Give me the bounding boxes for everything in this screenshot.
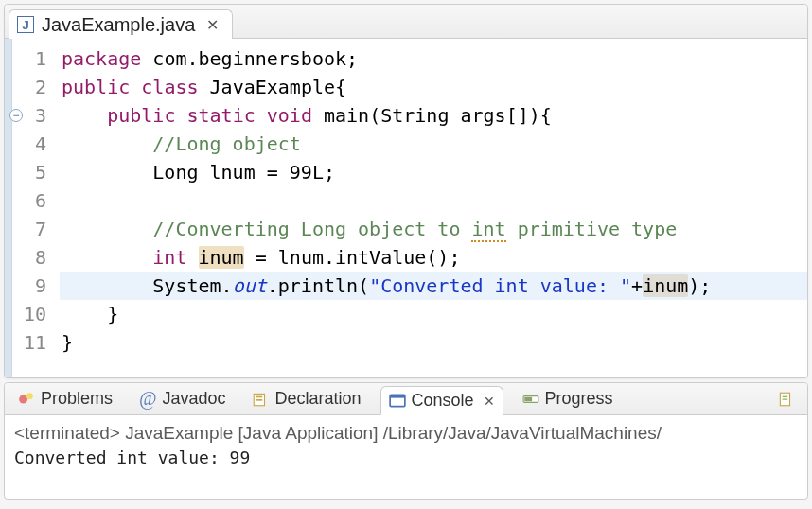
code-line[interactable]: //Converting Long object to int primitiv… [60,215,807,243]
line-number: 8 [12,243,46,272]
code-line[interactable]: Long lnum = 99L; [60,158,807,186]
console-icon [389,393,406,410]
line-number: 1 [12,44,46,73]
problems-icon [18,391,35,408]
line-number: 5 [12,158,46,186]
console-status: <terminated> JavaExample [Java Applicati… [14,421,798,446]
console-output: Converted int value: 99 [14,446,798,470]
code-line[interactable]: public static void main(String args[]){ [60,101,807,130]
bottom-tab-bar: Problems @ Javadoc Declaration Console ✕… [5,383,807,415]
svg-point-0 [19,395,27,403]
tab-declaration[interactable]: Declaration [244,385,368,412]
fold-handle-icon[interactable]: − [9,109,23,122]
tab-label: Javadoc [162,389,225,409]
console-body[interactable]: <terminated> JavaExample [Java Applicati… [5,415,807,499]
tab-problems[interactable]: Problems [10,385,120,412]
svg-rect-3 [256,395,263,397]
line-number-gutter[interactable]: 123−4567891011 [12,39,56,377]
code-line[interactable]: int inum = lnum.intValue(); [60,243,807,272]
code-area[interactable]: 123−4567891011 package com.beginnersbook… [5,39,807,377]
bottom-pane: Problems @ Javadoc Declaration Console ✕… [4,382,808,500]
svg-rect-8 [524,396,532,401]
editor-tab-filename: JavaExample.java [42,14,195,36]
code-line[interactable]: public class JavaExample{ [60,73,807,101]
editor-tab[interactable]: J JavaExample.java ✕ [9,9,233,39]
svg-rect-11 [783,398,788,399]
code-line[interactable]: } [60,328,807,357]
code-line[interactable]: //Long object [60,130,807,158]
line-number: 10 [12,300,46,328]
progress-icon [522,391,539,408]
document-icon [777,391,794,408]
close-icon[interactable]: ✕ [480,394,495,409]
declaration-icon [252,391,269,408]
javadoc-icon: @ [139,388,156,410]
code-line[interactable] [60,186,807,215]
line-number: 9 [12,272,46,300]
editor-pane: J JavaExample.java ✕ 123−4567891011 pack… [4,4,808,378]
code-line[interactable]: System.out.println("Converted int value:… [60,272,807,300]
tab-extra[interactable] [769,387,802,412]
close-icon[interactable]: ✕ [203,16,219,34]
line-number: 4 [12,130,46,158]
svg-rect-10 [783,395,788,396]
line-number: 6 [12,186,46,215]
code-lines[interactable]: package com.beginnersbook;public class J… [56,39,807,377]
tab-label: Progress [545,389,613,409]
tab-console[interactable]: Console ✕ [380,386,503,415]
code-line[interactable]: package com.beginnersbook; [60,44,807,73]
svg-point-1 [26,393,33,399]
editor-tab-bar: J JavaExample.java ✕ [5,5,807,39]
svg-rect-4 [256,399,263,401]
tab-label: Console [412,391,474,411]
code-line[interactable]: } [60,300,807,328]
fold-strip [5,39,12,377]
tab-label: Declaration [274,389,361,409]
line-number: 2 [12,73,46,101]
tab-progress[interactable]: Progress [515,385,621,412]
java-file-icon: J [17,16,34,33]
line-number: 11 [12,328,46,357]
svg-rect-6 [390,395,405,397]
tab-javadoc[interactable]: @ Javadoc [132,384,233,413]
line-number: 7 [12,215,46,243]
tab-label: Problems [41,389,113,409]
